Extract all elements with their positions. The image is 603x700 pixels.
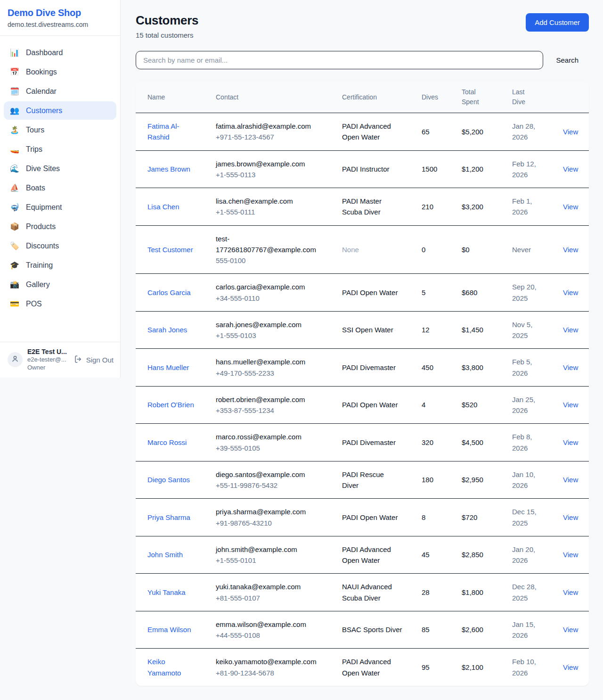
graduation-cap-icon: 🎓 (9, 261, 20, 270)
customer-name-link[interactable]: Test Customer (147, 244, 196, 255)
view-customer-link[interactable]: View (563, 588, 578, 596)
view-customer-link[interactable]: View (563, 476, 578, 484)
customer-dives: 450 (416, 349, 456, 387)
view-customer-link[interactable]: View (563, 626, 578, 634)
view-customer-link[interactable]: View (563, 165, 578, 173)
customer-name-link[interactable]: Hans Mueller (147, 362, 196, 373)
view-customer-link[interactable]: View (563, 513, 578, 521)
customer-phone: +1-555-0103 (216, 330, 325, 341)
customer-last-dive: Feb 1, 2026 (512, 196, 546, 218)
sidebar-item-customers[interactable]: 👥 Customers (4, 101, 116, 120)
package-icon: 📦 (9, 222, 20, 231)
customer-name-link[interactable]: Yuki Tanaka (147, 587, 196, 598)
customer-phone: +1-555-0111 (216, 206, 325, 217)
sidebar-item-label: Customers (26, 107, 62, 115)
search-button[interactable]: Search (556, 56, 579, 64)
col-header-certification: Certification (336, 82, 416, 113)
customer-contact: lisa.chen@example.com +1-555-0111 (216, 196, 325, 218)
customer-email: james.brown@example.com (216, 158, 325, 169)
sidebar-header: Demo Dive Shop demo.test.divestreams.com (0, 0, 120, 36)
table-row: James Brown james.brown@example.com +1-5… (136, 150, 589, 188)
customer-total-spent: $1,800 (456, 574, 506, 611)
desert-island-icon: 🏝️ (9, 125, 20, 134)
view-customer-link[interactable]: View (563, 438, 578, 446)
sidebar-item-training[interactable]: 🎓 Training (4, 256, 116, 274)
customer-name-link[interactable]: John Smith (147, 549, 196, 560)
customer-dives: 45 (416, 536, 456, 574)
customer-name-link[interactable]: Marco Rossi (147, 437, 196, 448)
customer-email: robert.obrien@example.com (216, 394, 325, 405)
search-input[interactable] (136, 51, 543, 69)
view-customer-link[interactable]: View (563, 246, 578, 254)
view-customer-link[interactable]: View (563, 326, 578, 334)
page-title: Customers (136, 13, 198, 28)
sidebar-item-trips[interactable]: 🚤 Trips (4, 140, 116, 158)
customer-total-spent: $1,450 (456, 311, 506, 349)
table-row: Priya Sharma priya.sharma@example.com +9… (136, 499, 589, 536)
customer-contact: emma.wilson@example.com +44-555-0108 (216, 619, 325, 641)
sign-out-icon (74, 355, 82, 365)
sailboat-icon: ⛵ (9, 183, 20, 192)
view-customer-link[interactable]: View (563, 128, 578, 136)
sidebar-nav: 📊 Dashboard 📅 Bookings 🗓️ Calendar 👥 Cus… (0, 36, 120, 342)
view-customer-link[interactable]: View (563, 203, 578, 211)
view-customer-link[interactable]: View (563, 288, 578, 296)
user-name: E2E Test U... (27, 348, 69, 355)
customer-total-spent: $1,200 (456, 150, 506, 188)
sidebar-item-label: Tours (26, 126, 44, 134)
sidebar-item-pos[interactable]: 💳 POS (4, 295, 116, 313)
sidebar-user-footer: E2E Test U... e2e-tester@... Owner Sign … (0, 342, 120, 378)
customer-certification: None (342, 244, 402, 255)
table-body: Fatima Al-Rashid fatima.alrashid@example… (136, 113, 589, 686)
customer-contact: john.smith@example.com +1-555-0101 (216, 544, 325, 566)
customer-total-spent: $2,850 (456, 536, 506, 574)
customer-last-dive: Dec 28, 2025 (512, 581, 546, 603)
customer-name-link[interactable]: Sarah Jones (147, 324, 196, 335)
sidebar-item-dashboard[interactable]: 📊 Dashboard (4, 43, 116, 62)
sidebar-item-boats[interactable]: ⛵ Boats (4, 179, 116, 197)
sidebar-item-products[interactable]: 📦 Products (4, 217, 116, 236)
sidebar-item-label: Calendar (26, 87, 57, 96)
customer-name-link[interactable]: Robert O'Brien (147, 399, 196, 410)
main-content: Customers 15 total customers Add Custome… (121, 0, 603, 686)
sidebar-item-equipment[interactable]: 🤿 Equipment (4, 198, 116, 216)
view-customer-link[interactable]: View (563, 663, 578, 671)
view-customer-link[interactable]: View (563, 551, 578, 559)
sidebar-item-dive-sites[interactable]: 🌊 Dive Sites (4, 159, 116, 178)
table-row: Robert O'Brien robert.obrien@example.com… (136, 386, 589, 424)
customer-last-dive: Never (512, 244, 546, 255)
view-customer-link[interactable]: View (563, 363, 578, 371)
table-row: Carlos Garcia carlos.garcia@example.com … (136, 274, 589, 312)
col-header-contact: Contact (210, 82, 336, 113)
sidebar-item-calendar[interactable]: 🗓️ Calendar (4, 82, 116, 100)
view-customer-link[interactable]: View (563, 401, 578, 409)
customer-name-link[interactable]: Keiko Yamamoto (147, 656, 196, 678)
sign-out-button[interactable]: Sign Out (74, 355, 114, 365)
customer-name-link[interactable]: Carlos Garcia (147, 287, 196, 298)
sidebar-item-gallery[interactable]: 📸 Gallery (4, 275, 116, 294)
sidebar-item-discounts[interactable]: 🏷️ Discounts (4, 237, 116, 255)
sidebar-item-bookings[interactable]: 📅 Bookings (4, 63, 116, 81)
table-row: Marco Rossi marco.rossi@example.com +39-… (136, 424, 589, 461)
bar-chart-icon: 📊 (9, 48, 20, 57)
customer-email: john.smith@example.com (216, 544, 325, 555)
customer-phone: +55-11-99876-5432 (216, 480, 325, 491)
customer-name-link[interactable]: Priya Sharma (147, 512, 196, 523)
customer-name-link[interactable]: Fatima Al-Rashid (147, 121, 196, 143)
customer-total-spent: $5,200 (456, 113, 506, 151)
customer-contact: sarah.jones@example.com +1-555-0103 (216, 319, 325, 341)
add-customer-button[interactable]: Add Customer (526, 13, 589, 32)
sidebar-item-tours[interactable]: 🏝️ Tours (4, 121, 116, 139)
customer-name-link[interactable]: James Brown (147, 164, 196, 174)
customer-name-link[interactable]: Diego Santos (147, 474, 196, 485)
customer-phone: +39-555-0105 (216, 443, 325, 453)
customer-dives: 1500 (416, 150, 456, 188)
customer-total-spent: $2,100 (456, 649, 506, 686)
customer-email: emma.wilson@example.com (216, 619, 325, 630)
customer-total-spent: $2,600 (456, 611, 506, 649)
customer-name-link[interactable]: Emma Wilson (147, 624, 196, 635)
diving-mask-icon: 🤿 (9, 203, 20, 212)
shop-name: Demo Dive Shop (8, 8, 113, 18)
customer-name-link[interactable]: Lisa Chen (147, 201, 196, 212)
user-email: e2e-tester@... (27, 355, 69, 364)
